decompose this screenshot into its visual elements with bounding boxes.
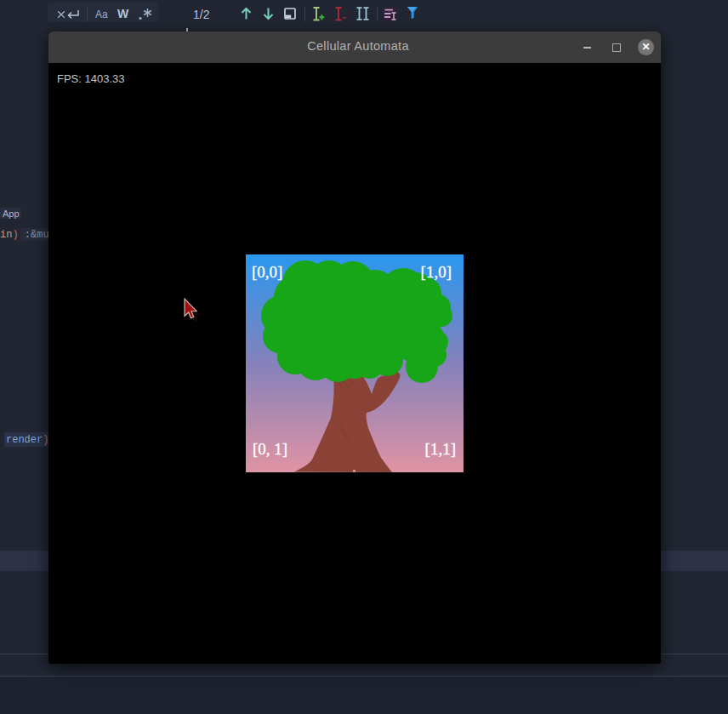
svg-text:[0,0]: [0,0] xyxy=(252,263,282,281)
svg-text:[1,0]: [1,0] xyxy=(421,263,452,281)
svg-text:[0, 1]: [0, 1] xyxy=(253,440,287,458)
svg-text:[1,1]: [1,1] xyxy=(425,440,456,458)
